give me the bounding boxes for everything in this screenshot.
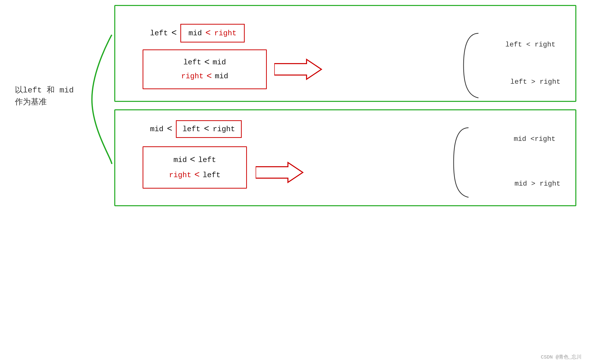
bottom-op2: < [204, 124, 209, 134]
tc-r1-right: mid [213, 58, 226, 67]
green-curve-svg [87, 30, 117, 169]
top-right-brace [461, 31, 481, 100]
svg-marker-0 [274, 59, 321, 79]
top-green-box: left < mid < right left < mid right < mi… [114, 5, 576, 102]
top-op1: < [171, 28, 177, 38]
bottom-condition-row1: mid < left [173, 155, 216, 165]
tc-r2-op: < [206, 71, 212, 81]
bc-r1-left: mid [173, 156, 187, 164]
watermark: CSDN @青色_忘川 [541, 354, 582, 360]
top-inner-conditions: left < mid right < mid [143, 49, 267, 89]
top-condition-row2: right < mid [181, 71, 228, 81]
bottom-result-top: mid <right [514, 135, 555, 143]
bottom-result-bottom: mid > right [514, 180, 560, 188]
bottom-arrow [256, 161, 305, 184]
top-expr-line: left < mid < right [150, 24, 245, 42]
top-arrow [274, 58, 324, 81]
bottom-expr-line: mid < left < right [150, 120, 242, 138]
bc-r2-left: right [169, 171, 191, 179]
top-op2: < [205, 28, 211, 38]
tc-r1-op: < [204, 57, 210, 68]
tc-r2-left: right [181, 72, 203, 81]
top-left-label: left [150, 29, 168, 38]
top-right-label: right [214, 29, 236, 38]
bottom-mid-label: mid [150, 125, 163, 133]
top-result-bottom: left > right [510, 78, 560, 86]
tc-r2-right: mid [215, 72, 228, 81]
svg-marker-1 [256, 162, 303, 182]
bottom-right-brace [451, 125, 471, 200]
bc-r1-op: < [190, 155, 195, 165]
top-condition-row1: left < mid [183, 57, 226, 68]
tc-r1-left: left [183, 58, 201, 67]
left-label-line2: 作为基准 [15, 96, 74, 108]
bottom-green-box: mid < left < right mid < left right < le… [114, 109, 576, 206]
bc-r2-op: < [194, 170, 200, 180]
top-result-top: left < right [505, 41, 555, 48]
bc-r2-right: left [203, 171, 221, 179]
bottom-condition-row2: right < left [169, 170, 221, 180]
left-label: 以left 和 mid 作为基准 [15, 84, 74, 108]
bottom-inner-conditions: mid < left right < left [143, 146, 247, 189]
main-container: 以left 和 mid 作为基准 left < mid < right left… [0, 0, 589, 364]
bottom-op1: < [167, 124, 172, 134]
left-label-line1: 以left 和 mid [15, 84, 74, 96]
bottom-left-label: left [183, 125, 200, 133]
bottom-right-label: right [213, 125, 235, 133]
bc-r1-right: left [198, 156, 216, 164]
top-mid-label: mid [189, 29, 202, 38]
